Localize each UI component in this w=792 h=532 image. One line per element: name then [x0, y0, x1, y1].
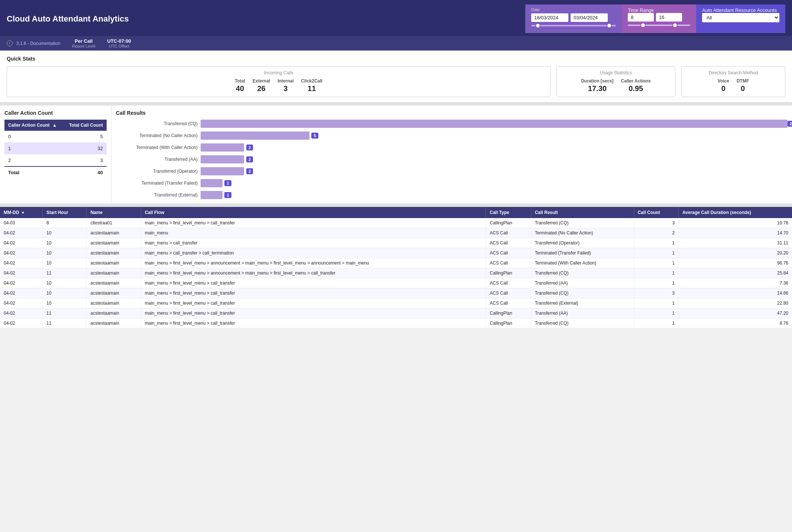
bar-row: Transferred (AA) 2: [116, 155, 788, 163]
app-title: Cloud Auto Attendant Analytics: [7, 14, 129, 24]
date-to-input[interactable]: [571, 13, 608, 22]
cell-name: acstestaamain: [87, 258, 141, 268]
voice-value: 0: [718, 84, 729, 93]
time-slider-right[interactable]: [672, 23, 678, 28]
caller-actions-stat: Caller Actions 0.95: [621, 78, 651, 93]
table-row[interactable]: 04-02 10 acstestaamain main_menu ACS Cal…: [0, 228, 792, 238]
caller-action-row[interactable]: 1 32: [4, 143, 107, 155]
aa-section: Auto Attendant Resource Accounts All: [696, 4, 785, 33]
total-label: Total: [235, 78, 245, 84]
table-row[interactable]: 04-02 10 acstestaamain main_menu > first…: [0, 298, 792, 308]
cell-mmdd: 04-02: [0, 278, 43, 288]
version-label: 3.1.6 - Documentation: [16, 41, 60, 46]
table-row[interactable]: 04-02 10 acstestaamain main_menu > first…: [0, 258, 792, 268]
cell-mmdd: 04-02: [0, 268, 43, 278]
cell-mmdd: 04-02: [0, 308, 43, 318]
cell-hour: 10: [43, 228, 87, 238]
cell-name: acstestaamain: [87, 278, 141, 288]
directory-group: Directory Search Method Voice 0 DTMF 0: [681, 66, 785, 97]
caller-action-row[interactable]: 2 3: [4, 155, 107, 167]
cell-type: ACS Call: [486, 298, 531, 308]
cell-avg: 25.84: [679, 268, 792, 278]
table-row[interactable]: 04-02 11 acstestaamain main_menu > first…: [0, 308, 792, 318]
bar-label: Transferred (Operator): [116, 169, 198, 174]
cell-mmdd: 04-02: [0, 318, 43, 328]
header-controls: Date Time Range: [525, 4, 785, 33]
col-call-count[interactable]: Call Count: [634, 207, 678, 218]
col-mmdd[interactable]: MM-DD ▼: [0, 207, 43, 218]
cell-result: Terminated (With Caller Action): [531, 258, 634, 268]
usage-stats-group: Usage Statistics Duration [secs] 17.30 C…: [556, 66, 675, 97]
table-row[interactable]: 04-02 10 acstestaamain main_menu > call_…: [0, 248, 792, 258]
utc-sub: UTC Offset: [107, 44, 131, 48]
cell-name: cltestraa01: [87, 218, 141, 228]
date-from-input[interactable]: [531, 13, 568, 22]
caller-action-row[interactable]: 0 5: [4, 131, 107, 143]
cell-type: ACS Call: [486, 258, 531, 268]
data-table-section: MM-DD ▼ Start Hour Name Call Flow Call T…: [0, 207, 792, 328]
sort-mmdd-icon[interactable]: ▼: [21, 211, 25, 215]
cell-hour: 8: [43, 218, 87, 228]
col-name[interactable]: Name: [87, 207, 141, 218]
bar-label: Transferred (External): [116, 192, 198, 198]
directory-cols: Voice 0 DTMF 0: [688, 78, 779, 93]
cell-type: CallingPlan: [486, 308, 531, 318]
cell-mmdd: 04-02: [0, 258, 43, 268]
duration-label: Duration [secs]: [581, 78, 613, 84]
voice-label: Voice: [718, 78, 729, 84]
bar-row: Transferred (External) 1: [116, 191, 788, 199]
aa-select[interactable]: All: [702, 13, 779, 22]
col-avg-duration[interactable]: Average Call Duration (seconds): [679, 207, 792, 218]
cell-count: 1: [634, 258, 678, 268]
time-from-input[interactable]: [628, 13, 654, 22]
version-info: i 3.1.6 - Documentation: [7, 40, 60, 46]
call-results-section: Call Results Transferred (CQ) 27 Termina…: [111, 106, 792, 204]
date-slider-right[interactable]: [607, 23, 612, 28]
app-header: Cloud Auto Attendant Analytics Date Time…: [0, 0, 792, 36]
bar: 5: [201, 132, 309, 140]
cell-flow: main_menu > first_level_menu > announcem…: [141, 258, 486, 268]
col-count: Total Call Count: [63, 120, 107, 131]
table-row[interactable]: 04-02 10 acstestaamain main_menu > call_…: [0, 238, 792, 248]
cell-name: acstestaamain: [87, 308, 141, 318]
cell-mmdd: 04-02: [0, 298, 43, 308]
bar-row: Terminated (No Caller Action) 5: [116, 132, 788, 140]
bar-container: 2: [201, 143, 788, 152]
incoming-calls-title: Incoming Calls: [13, 70, 544, 75]
cell-hour: 10: [43, 238, 87, 248]
cell-hour: 11: [43, 308, 87, 318]
col-start-hour[interactable]: Start Hour: [43, 207, 87, 218]
cell-avg: 20.20: [679, 248, 792, 258]
bar-container: 2: [201, 167, 788, 175]
per-call-sub: Report Level: [72, 44, 95, 48]
stats-row: Incoming Calls Total 40 External 26 Inte…: [7, 66, 785, 97]
cell-count: 1: [634, 238, 678, 248]
incoming-calls-group: Incoming Calls Total 40 External 26 Inte…: [7, 66, 551, 97]
usage-stats-title: Usage Statistics: [563, 70, 669, 75]
time-to-input[interactable]: [656, 13, 682, 22]
table-row[interactable]: 04-03 8 cltestraa01 main_menu > first_le…: [0, 218, 792, 228]
time-slider-left[interactable]: [640, 23, 646, 28]
date-slider-left[interactable]: [535, 23, 541, 28]
col-call-result[interactable]: Call Result: [531, 207, 634, 218]
table-row[interactable]: 04-02 11 acstestaamain main_menu > first…: [0, 268, 792, 278]
cell-result: Transferred (AA): [531, 278, 634, 288]
bar-value: 2: [246, 156, 253, 162]
table-row[interactable]: 04-02 11 acstestaamain main_menu > first…: [0, 318, 792, 328]
table-header-row: MM-DD ▼ Start Hour Name Call Flow Call T…: [0, 207, 792, 218]
table-row[interactable]: 04-02 10 acstestaamain main_menu > first…: [0, 278, 792, 288]
bar-row: Terminated (Transfer Failed) 1: [116, 179, 788, 187]
table-row[interactable]: 04-02 10 acstestaamain main_menu > first…: [0, 288, 792, 298]
col-call-type[interactable]: Call Type: [486, 207, 531, 218]
cell-count: 1: [634, 268, 678, 278]
cell-flow: main_menu > first_level_menu > call_tran…: [141, 218, 486, 228]
bar-chart: Transferred (CQ) 27 Terminated (No Calle…: [116, 120, 788, 199]
cell-avg: 8.76: [679, 318, 792, 328]
date-label: Date: [531, 7, 616, 12]
cell-type: CallingPlan: [486, 268, 531, 278]
col-call-flow[interactable]: Call Flow: [141, 207, 486, 218]
cell-type: ACS Call: [486, 228, 531, 238]
cell-avg: 96.76: [679, 258, 792, 268]
info-icon: i: [7, 40, 13, 46]
sort-asc-icon[interactable]: ▲: [52, 123, 57, 128]
